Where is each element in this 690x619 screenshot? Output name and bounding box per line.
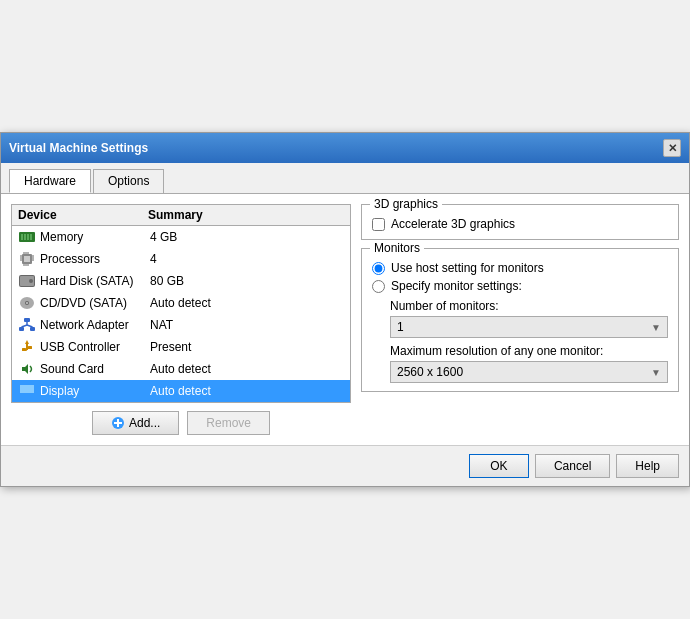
- svg-rect-38: [24, 394, 30, 396]
- max-resolution-dropdown[interactable]: 2560 x 1600 ▼: [390, 361, 668, 383]
- table-row[interactable]: Hard Disk (SATA) 80 GB: [12, 270, 350, 292]
- svg-rect-39: [23, 396, 31, 397]
- cdrom-icon: [18, 295, 36, 311]
- device-name: Display: [40, 384, 150, 398]
- svg-rect-26: [19, 327, 24, 331]
- accelerate-3d-label: Accelerate 3D graphics: [391, 217, 515, 231]
- table-row[interactable]: Network Adapter NAT: [12, 314, 350, 336]
- title-bar: Virtual Machine Settings ✕: [1, 133, 689, 163]
- network-icon: [18, 317, 36, 333]
- usb-icon: [18, 339, 36, 355]
- display-icon: [18, 383, 36, 399]
- device-table-header: Device Summary: [12, 205, 350, 226]
- num-monitors-value: 1: [397, 320, 404, 334]
- settings-panel: 3D graphics Accelerate 3D graphics Monit…: [361, 204, 679, 435]
- svg-rect-3: [27, 234, 29, 240]
- specify-monitor-label: Specify monitor settings:: [391, 279, 522, 293]
- device-summary: Auto detect: [150, 362, 344, 376]
- device-summary: 80 GB: [150, 274, 344, 288]
- svg-rect-37: [20, 385, 34, 393]
- cpu-icon: [18, 251, 36, 267]
- use-host-setting-row: Use host setting for monitors: [372, 261, 668, 275]
- cancel-button[interactable]: Cancel: [535, 454, 610, 478]
- max-resolution-label: Maximum resolution of any one monitor:: [390, 344, 668, 358]
- monitors-group: Monitors Use host setting for monitors S…: [361, 248, 679, 392]
- device-name: CD/DVD (SATA): [40, 296, 150, 310]
- device-name: USB Controller: [40, 340, 150, 354]
- add-icon: [111, 416, 125, 430]
- table-row-selected[interactable]: Display Auto detect: [12, 380, 350, 402]
- table-row[interactable]: Memory 4 GB: [12, 226, 350, 248]
- device-buttons: Add... Remove: [11, 411, 351, 435]
- table-row[interactable]: Processors 4: [12, 248, 350, 270]
- main-content: Device Summary Memory 4 GB Processors: [1, 194, 689, 445]
- bottom-bar: OK Cancel Help: [1, 445, 689, 486]
- device-name: Memory: [40, 230, 150, 244]
- svg-rect-2: [24, 234, 26, 240]
- tab-options[interactable]: Options: [93, 169, 164, 193]
- accelerate-3d-checkbox[interactable]: [372, 218, 385, 231]
- device-name: Hard Disk (SATA): [40, 274, 150, 288]
- device-name: Network Adapter: [40, 318, 150, 332]
- num-monitors-label: Number of monitors:: [390, 299, 668, 313]
- remove-button[interactable]: Remove: [187, 411, 270, 435]
- use-host-label: Use host setting for monitors: [391, 261, 544, 275]
- svg-point-21: [29, 279, 33, 283]
- specify-monitor-radio[interactable]: [372, 280, 385, 293]
- device-summary: Auto detect: [150, 296, 344, 310]
- virtual-machine-settings-window: Virtual Machine Settings ✕ Hardware Opti…: [0, 132, 690, 487]
- graphics-group-label: 3D graphics: [370, 197, 442, 211]
- num-monitors-arrow: ▼: [651, 322, 661, 333]
- table-row[interactable]: CD/DVD (SATA) Auto detect: [12, 292, 350, 314]
- table-row[interactable]: USB Controller Present: [12, 336, 350, 358]
- device-panel: Device Summary Memory 4 GB Processors: [11, 204, 351, 435]
- svg-point-24: [26, 302, 28, 304]
- device-name: Processors: [40, 252, 150, 266]
- monitors-group-label: Monitors: [370, 241, 424, 255]
- graphics-group: 3D graphics Accelerate 3D graphics: [361, 204, 679, 240]
- close-button[interactable]: ✕: [663, 139, 681, 157]
- use-host-radio[interactable]: [372, 262, 385, 275]
- graphics-group-content: Accelerate 3D graphics: [372, 217, 668, 231]
- window-title: Virtual Machine Settings: [9, 141, 148, 155]
- device-summary: 4 GB: [150, 230, 344, 244]
- svg-rect-1: [21, 234, 23, 240]
- svg-rect-6: [24, 256, 30, 262]
- device-summary: NAT: [150, 318, 344, 332]
- device-table: Device Summary Memory 4 GB Processors: [11, 204, 351, 403]
- max-resolution-arrow: ▼: [651, 367, 661, 378]
- svg-line-30: [27, 325, 33, 327]
- monitor-details: Number of monitors: 1 ▼ Maximum resoluti…: [390, 299, 668, 383]
- table-row[interactable]: Sound Card Auto detect: [12, 358, 350, 380]
- max-resolution-value: 2560 x 1600: [397, 365, 463, 379]
- num-monitors-dropdown[interactable]: 1 ▼: [390, 316, 668, 338]
- svg-rect-25: [24, 318, 30, 322]
- tab-bar: Hardware Options: [1, 163, 689, 194]
- ok-button[interactable]: OK: [469, 454, 529, 478]
- harddisk-icon: [18, 273, 36, 289]
- svg-rect-4: [30, 234, 32, 240]
- svg-rect-27: [30, 327, 35, 331]
- help-button[interactable]: Help: [616, 454, 679, 478]
- col-device-label: Device: [18, 208, 148, 222]
- device-summary: 4: [150, 252, 344, 266]
- tab-hardware[interactable]: Hardware: [9, 169, 91, 193]
- device-summary: Auto detect: [150, 384, 344, 398]
- device-summary: Present: [150, 340, 344, 354]
- svg-line-29: [22, 325, 28, 327]
- col-summary-label: Summary: [148, 208, 344, 222]
- add-button[interactable]: Add...: [92, 411, 179, 435]
- accelerate-3d-row: Accelerate 3D graphics: [372, 217, 668, 231]
- monitors-group-content: Use host setting for monitors Specify mo…: [372, 261, 668, 383]
- memory-icon: [18, 229, 36, 245]
- specify-monitor-row: Specify monitor settings:: [372, 279, 668, 293]
- device-name: Sound Card: [40, 362, 150, 376]
- sound-icon: [18, 361, 36, 377]
